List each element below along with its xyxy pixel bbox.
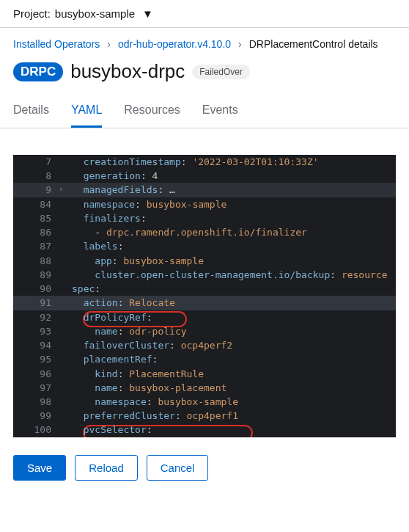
- code-line: 94 failoverCluster: ocp4perf2: [13, 338, 396, 352]
- code-line: 84 namespace: busybox-sample: [13, 197, 396, 211]
- code-line: 93 name: odr-policy: [13, 324, 396, 338]
- tab-resources[interactable]: Resources: [124, 96, 180, 128]
- resource-badge: DRPC: [13, 62, 63, 81]
- cancel-button[interactable]: Cancel: [147, 455, 209, 481]
- project-selector[interactable]: Project: busybox-sample ▼: [0, 0, 409, 28]
- breadcrumb-current: DRPlacementControl details: [249, 38, 378, 50]
- code-line: 87 labels:: [13, 239, 396, 253]
- breadcrumb-operator[interactable]: odr-hub-operator.v4.10.0: [118, 38, 231, 50]
- yaml-editor[interactable]: 7 creationTimestamp: '2022-03-02T01:10:3…: [13, 155, 396, 437]
- code-line: 7 creationTimestamp: '2022-03-02T01:10:3…: [13, 155, 396, 169]
- code-line: 91 action: Relocate: [13, 296, 396, 310]
- code-line: 96 kind: PlacementRule: [13, 367, 396, 381]
- code-line: 88 app: busybox-sample: [13, 254, 396, 268]
- code-line: 86 - drpc.ramendr.openshift.io/finalizer: [13, 225, 396, 239]
- chevron-right-icon: ›: [238, 38, 242, 50]
- code-line: 98 namespace: busybox-sample: [13, 395, 396, 409]
- tab-events[interactable]: Events: [202, 96, 238, 128]
- chevron-right-icon[interactable]: ›: [59, 183, 64, 195]
- project-label: Project:: [13, 7, 51, 20]
- breadcrumb-installed-operators[interactable]: Installed Operators: [13, 38, 100, 50]
- tabs: Details YAML Resources Events: [0, 96, 409, 128]
- code-line: 100 pvcSelector:: [13, 423, 396, 437]
- code-line: 90spec:: [13, 282, 396, 296]
- chevron-down-icon: ▼: [142, 7, 153, 20]
- code-line: 8 generation: 4: [13, 169, 396, 183]
- code-line: 9› managedFields: …: [13, 183, 396, 197]
- button-bar: Save Reload Cancel: [0, 445, 409, 497]
- status-badge: FailedOver: [192, 65, 250, 79]
- code-line: 85 finalizers:: [13, 211, 396, 225]
- tab-details[interactable]: Details: [13, 96, 49, 128]
- title-row: DRPC busybox-drpc FailedOver: [0, 51, 409, 96]
- chevron-right-icon: ›: [107, 38, 111, 50]
- code-line: 97 name: busybox-placement: [13, 381, 396, 395]
- code-line: 99 preferredCluster: ocp4perf1: [13, 409, 396, 423]
- page-title: busybox-drpc: [70, 60, 185, 83]
- reload-button[interactable]: Reload: [75, 455, 138, 481]
- code-line: 95 placementRef:: [13, 352, 396, 366]
- code-line: 92 drPolicyRef:: [13, 310, 396, 324]
- tab-yaml[interactable]: YAML: [71, 96, 102, 128]
- code-line: 89 cluster.open-cluster-management.io/ba…: [13, 268, 396, 282]
- project-name: busybox-sample: [55, 7, 135, 20]
- save-button[interactable]: Save: [13, 455, 66, 481]
- breadcrumb: Installed Operators › odr-hub-operator.v…: [0, 28, 409, 51]
